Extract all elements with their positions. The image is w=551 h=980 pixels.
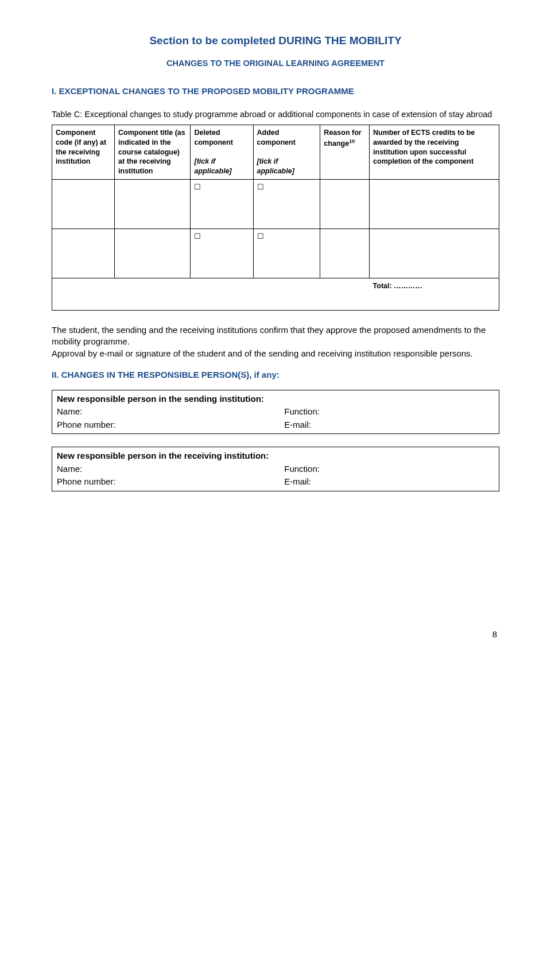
page-subtitle: CHANGES TO THE ORIGINAL LEARNING AGREEME… <box>52 59 499 68</box>
col-code: Component code (if any) at the receiving… <box>52 125 115 179</box>
total-label: Total: ………… <box>370 278 499 311</box>
table-c: Component code (if any) at the receiving… <box>52 125 499 311</box>
phone-field[interactable]: Phone number: <box>57 475 284 489</box>
table-row: New responsible person in the receiving … <box>52 447 499 491</box>
section-1-heading: I. EXCEPTIONAL CHANGES TO THE PROPOSED M… <box>52 85 499 98</box>
function-field[interactable]: Function: <box>284 463 320 476</box>
checkbox-deleted[interactable]: ☐ <box>191 180 253 229</box>
table-row: ☐ ☐ <box>52 229 499 278</box>
section-2-heading: II. CHANGES IN THE RESPONSIBLE PERSON(S)… <box>52 370 499 379</box>
name-field[interactable]: Name: <box>57 463 284 476</box>
col-deleted: Deleted component [tick if applicable] <box>191 125 253 179</box>
approval-paragraph: The student, the sending and the receivi… <box>52 324 499 359</box>
function-field[interactable]: Function: <box>284 405 320 419</box>
table-c-caption: Table C: Exceptional changes to study pr… <box>52 109 499 120</box>
name-field[interactable]: Name: <box>57 405 284 419</box>
checkbox-deleted[interactable]: ☐ <box>191 229 253 278</box>
contact-receiving: New responsible person in the receiving … <box>52 447 499 491</box>
page-title: Section to be completed DURING THE MOBIL… <box>52 34 499 47</box>
page-number: 8 <box>52 629 499 639</box>
table-row: ☐ ☐ <box>52 180 499 229</box>
col-reason: Reason for change10 <box>320 125 370 179</box>
table-row: New responsible person in the sending in… <box>52 390 499 434</box>
contact-sending: New responsible person in the sending in… <box>52 390 499 435</box>
phone-field[interactable]: Phone number: <box>57 419 284 432</box>
email-field[interactable]: E-mail: <box>284 419 311 432</box>
table-row: Total: ………… <box>52 278 499 311</box>
checkbox-added[interactable]: ☐ <box>253 180 320 229</box>
contact-receiving-title: New responsible person in the receiving … <box>57 451 269 460</box>
table-row: Component code (if any) at the receiving… <box>52 125 499 179</box>
email-field[interactable]: E-mail: <box>284 475 311 489</box>
contact-sending-title: New responsible person in the sending in… <box>57 394 264 404</box>
checkbox-added[interactable]: ☐ <box>253 229 320 278</box>
col-added: Added component [tick if applicable] <box>253 125 320 179</box>
col-title: Component title (as indicated in the cou… <box>115 125 191 179</box>
col-ects: Number of ECTS credits to be awarded by … <box>370 125 499 179</box>
